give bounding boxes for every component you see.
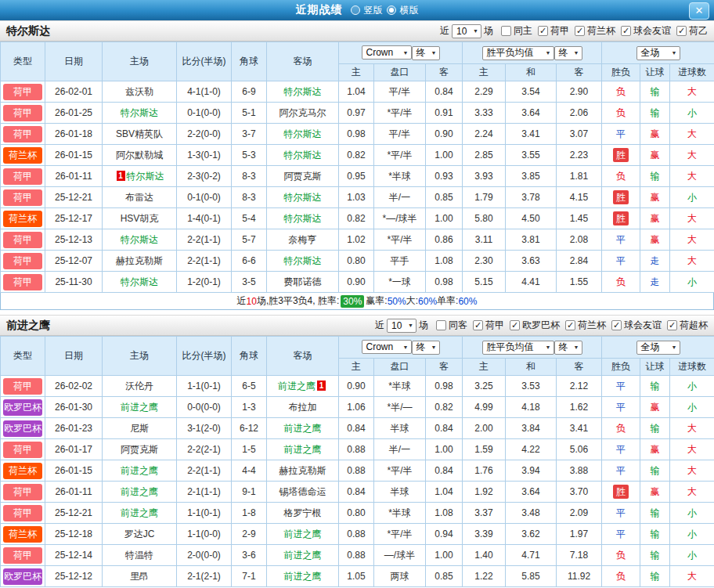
checkbox-checked[interactable]: [575, 26, 585, 36]
match-result: 负: [616, 550, 626, 561]
section-header-bar: 前进之鹰近10▼场同客荷甲欧罗巴杯荷兰杯球会友谊荷超杯: [0, 315, 714, 336]
handicap-line: *半/—: [374, 397, 426, 418]
horizontal-layout-radio[interactable]: [387, 5, 396, 15]
filter-荷兰杯[interactable]: 荷兰杯: [565, 319, 606, 332]
handicap-result-cell: 输: [640, 81, 670, 103]
column-header: 客场: [267, 42, 339, 81]
column-header: 日期: [45, 42, 103, 81]
handicap-home-odds: 1.04: [339, 81, 374, 103]
match-result: 胜: [613, 211, 629, 225]
horizontal-layout-label[interactable]: 横版: [400, 4, 419, 17]
filter-荷甲[interactable]: 荷甲: [538, 24, 569, 38]
filter-同客[interactable]: 同客: [436, 319, 467, 332]
vertical-layout-label[interactable]: 竖版: [364, 4, 383, 17]
home-team-cell: 前进之鹰: [103, 397, 177, 418]
checkbox-checked[interactable]: [565, 320, 575, 330]
match-count-select[interactable]: 10▼: [387, 319, 416, 333]
match-count-value: 10: [456, 26, 467, 37]
goals-result-cell: 大: [670, 566, 714, 587]
column-header: 类型: [1, 337, 45, 376]
avg-draw-odds: 4.22: [506, 439, 557, 460]
match-date: 26-01-11: [45, 166, 103, 187]
company-final-select[interactable]: 终▼: [412, 341, 440, 355]
avg-home-odds: 3.11: [463, 229, 506, 251]
filter-欧罗巴杯[interactable]: 欧罗巴杯: [510, 319, 560, 332]
checkbox-checked[interactable]: [538, 26, 548, 36]
handicap-result-cell: 赢: [640, 124, 670, 145]
filter-球会友谊[interactable]: 球会友谊: [611, 319, 662, 332]
home-team-name: 布雷达: [125, 192, 153, 203]
avg-away-odds: 2.23: [557, 145, 602, 166]
handicap-result-cell: 赢: [640, 145, 670, 166]
match-date: 25-12-18: [45, 524, 103, 545]
away-team-cell: 特尔斯达: [267, 208, 339, 229]
handicap-odds-group: Crown▼终▼: [339, 337, 463, 359]
odds-company-select[interactable]: Crown▼: [362, 45, 412, 60]
avg-draw-odds: 3.84: [506, 418, 557, 439]
match-row: 荷甲26-01-111特尔斯达2-3(0-2)8-3阿贾克斯0.95*半球0.9…: [1, 166, 714, 187]
match-result: 负: [616, 423, 626, 434]
filter-荷乙[interactable]: 荷乙: [676, 24, 708, 38]
home-team-cell: 兹沃勒: [103, 81, 177, 103]
sub-column-header: 主: [463, 359, 506, 376]
checkbox-checked[interactable]: [510, 320, 520, 330]
league-badge: 欧罗巴杯: [3, 568, 42, 585]
match-score: 0-1(0-0): [177, 103, 232, 124]
filter-荷超杯[interactable]: 荷超杯: [667, 319, 708, 332]
avg-home-odds: 1.59: [463, 439, 506, 460]
goals-result: 小: [687, 192, 697, 203]
league-badge: 荷甲: [3, 126, 42, 142]
checkbox-checked[interactable]: [611, 320, 622, 330]
match-count-select[interactable]: 10▼: [452, 24, 481, 38]
avg-odds-select[interactable]: 胜平负均值▼: [482, 46, 554, 60]
goals-result: 大: [687, 150, 697, 161]
handicap-result-cell: 输: [640, 103, 670, 124]
avg-final-select[interactable]: 终▼: [554, 341, 582, 355]
match-count-value: 10: [391, 320, 402, 331]
handicap-line: *一球: [374, 272, 426, 293]
home-team-cell: 特尔斯达: [103, 103, 177, 124]
match-result: 平: [616, 234, 626, 245]
handicap-result: 赢: [651, 213, 660, 224]
checkbox-checked[interactable]: [667, 320, 677, 330]
handicap-result-cell: 输: [640, 418, 670, 439]
avg-home-odds: 2.29: [463, 81, 506, 103]
home-team-cell: 罗达JC: [103, 524, 177, 545]
filter-荷兰杯[interactable]: 荷兰杯: [575, 24, 615, 38]
avg-draw-odds: 3.55: [506, 145, 557, 166]
close-button[interactable]: ✕: [689, 2, 709, 20]
handicap-away-odds: 1.00: [426, 545, 463, 566]
checkbox-checked[interactable]: [473, 320, 483, 330]
company-final-select[interactable]: 终▼: [412, 46, 440, 60]
corner-count: 1-8: [232, 503, 267, 524]
match-date: 25-12-21: [45, 503, 103, 524]
avg-away-odds: 1.55: [557, 272, 602, 293]
filter-同主[interactable]: 同主: [501, 24, 532, 38]
league-cell: 荷甲: [1, 187, 45, 208]
vertical-layout-radio[interactable]: [351, 5, 360, 15]
filter-荷甲[interactable]: 荷甲: [473, 319, 504, 332]
goals-result: 小: [687, 528, 697, 539]
away-team-cell: 费耶诺德: [267, 272, 339, 293]
checkbox-checked[interactable]: [621, 26, 631, 36]
checkbox-checked[interactable]: [676, 26, 687, 36]
handicap-line: *平/半: [374, 460, 426, 482]
checkbox-unchecked[interactable]: [501, 26, 511, 36]
goals-result: 大: [687, 234, 697, 245]
handicap-away-odds: 1.00: [426, 208, 463, 229]
avg-final-select[interactable]: 终▼: [554, 46, 582, 60]
scope-select[interactable]: 全场▼: [636, 341, 680, 355]
scope-select[interactable]: 全场▼: [636, 46, 680, 60]
goals-result: 大: [687, 213, 697, 224]
filter-球会友谊[interactable]: 球会友谊: [621, 24, 671, 38]
avg-draw-odds: 4.41: [506, 272, 557, 293]
handicap-result-cell: 输: [640, 545, 670, 566]
avg-draw-odds: 3.85: [506, 166, 557, 187]
avg-odds-select[interactable]: 胜平负均值▼: [482, 341, 554, 355]
home-team-cell: 前进之鹰: [103, 460, 177, 482]
away-team-name: 特尔斯达: [284, 213, 322, 224]
checkbox-unchecked[interactable]: [436, 320, 446, 330]
match-row: 荷甲26-02-01兹沃勒4-1(1-0)6-9特尔斯达1.04平/半0.842…: [1, 81, 714, 103]
odds-company-select[interactable]: Crown▼: [362, 340, 412, 354]
home-team-cell: 里昂: [103, 566, 177, 587]
